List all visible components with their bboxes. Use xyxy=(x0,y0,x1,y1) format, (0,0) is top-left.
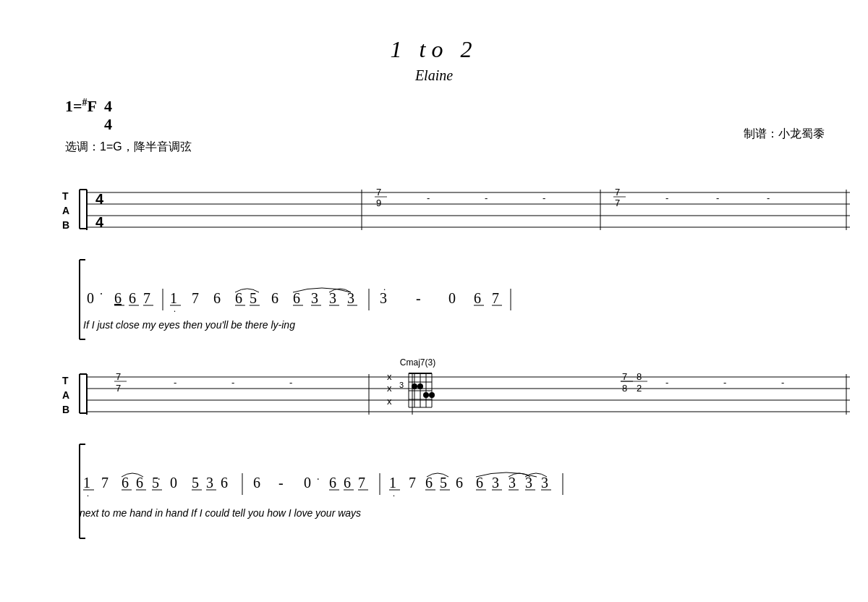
svg-text:·: · xyxy=(383,284,386,294)
song-artist: Elaine xyxy=(43,67,825,84)
svg-text:0: 0 xyxy=(448,290,456,306)
svg-point-83 xyxy=(429,392,435,398)
svg-text:6: 6 xyxy=(476,475,483,491)
time-top: 4 xyxy=(104,97,112,115)
svg-text:5: 5 xyxy=(192,475,199,491)
svg-text:2: 2 xyxy=(637,383,642,394)
svg-text:·: · xyxy=(100,288,103,300)
svg-text:x: x xyxy=(387,371,392,382)
svg-text:6: 6 xyxy=(253,475,260,491)
tuning-note: 选调：1=G，降半音调弦 xyxy=(65,140,825,155)
svg-text:7: 7 xyxy=(409,475,416,491)
svg-text:6: 6 xyxy=(213,290,221,306)
svg-text:6: 6 xyxy=(114,290,122,306)
svg-text:3: 3 xyxy=(206,475,213,491)
svg-text:7: 7 xyxy=(192,290,199,306)
svg-text:3: 3 xyxy=(492,475,499,491)
svg-text:4: 4 xyxy=(95,214,104,230)
notation-section-1: 0 · 6 6 7 1 · 7 6 6 5 xyxy=(80,256,825,343)
svg-text:·: · xyxy=(317,474,320,485)
page: 1 to 2 Elaine 1=#F 4 4 选调：1=G，降半音调弦 制谱：小… xyxy=(0,0,868,602)
svg-text:3: 3 xyxy=(347,290,354,306)
svg-text:7: 7 xyxy=(116,383,121,394)
svg-text:-: - xyxy=(289,377,292,388)
svg-text:6: 6 xyxy=(344,475,351,491)
composer: 制谱：小龙蜀黍 xyxy=(744,127,825,142)
svg-text:-: - xyxy=(485,192,488,203)
svg-text:6: 6 xyxy=(129,290,136,306)
svg-text:3: 3 xyxy=(509,475,516,491)
svg-text:8: 8 xyxy=(637,371,642,382)
svg-text:8: 8 xyxy=(622,383,627,394)
svg-text:1: 1 xyxy=(389,475,396,491)
svg-text:x: x xyxy=(387,396,392,407)
chord-diagram: Cmaj7(3) 3 xyxy=(398,357,438,411)
svg-text:-: - xyxy=(723,377,726,388)
svg-text:-: - xyxy=(416,290,421,306)
svg-text:T: T xyxy=(62,375,69,386)
svg-text:If I  just   close my eyes    : If I just close my eyes then you'll be t… xyxy=(83,319,295,331)
key-sharp: # xyxy=(82,97,88,109)
svg-point-81 xyxy=(417,383,423,389)
svg-text:·: · xyxy=(87,491,89,501)
svg-text:-: - xyxy=(665,192,668,203)
svg-text:7: 7 xyxy=(143,290,150,306)
svg-text:3: 3 xyxy=(541,475,548,491)
svg-text:-: - xyxy=(716,192,719,203)
svg-text:x: x xyxy=(387,383,392,394)
svg-text:7: 7 xyxy=(358,475,365,491)
tab-staff-2: Cmaj7(3) 3 xyxy=(43,361,825,426)
svg-text:7: 7 xyxy=(615,187,620,198)
svg-text:7: 7 xyxy=(101,475,109,491)
svg-text:A: A xyxy=(62,389,69,401)
svg-text:B: B xyxy=(62,404,69,415)
key-note: F xyxy=(88,97,97,116)
svg-text:0: 0 xyxy=(87,290,94,306)
title-section: 1 to 2 Elaine xyxy=(43,36,825,84)
time-bottom: 4 xyxy=(104,115,112,133)
svg-text:B: B xyxy=(62,219,69,231)
svg-text:6: 6 xyxy=(221,475,228,491)
svg-text:6: 6 xyxy=(456,475,463,491)
svg-text:7: 7 xyxy=(622,371,627,382)
svg-text:-: - xyxy=(174,377,176,388)
svg-text:-: - xyxy=(427,192,430,203)
svg-text:6: 6 xyxy=(235,290,242,306)
svg-text:T: T xyxy=(62,190,69,202)
svg-text:6: 6 xyxy=(293,290,300,306)
svg-text:-: - xyxy=(767,192,770,203)
svg-text:3: 3 xyxy=(311,290,318,306)
svg-text:6: 6 xyxy=(122,475,129,491)
svg-text:-: - xyxy=(665,377,668,388)
svg-text:4: 4 xyxy=(95,191,104,207)
svg-text:0: 0 xyxy=(170,475,177,491)
svg-text:-: - xyxy=(278,475,284,491)
song-title: 1 to 2 xyxy=(43,36,825,63)
tab-staff-1: T A B 4 4 7 9 - - - xyxy=(43,177,825,242)
svg-text:3: 3 xyxy=(525,475,532,491)
svg-text:1: 1 xyxy=(170,290,177,306)
svg-text:6: 6 xyxy=(329,475,336,491)
svg-text:-: - xyxy=(231,377,234,388)
svg-text:7: 7 xyxy=(615,198,620,208)
svg-text:6: 6 xyxy=(474,290,481,306)
svg-text:A: A xyxy=(62,205,69,216)
svg-text:7: 7 xyxy=(492,290,499,306)
svg-text:5: 5 xyxy=(250,290,257,306)
svg-text:6: 6 xyxy=(271,290,278,306)
notation-section-2: 1 · 7 6 6 5 · 0 5 3 6 xyxy=(80,441,825,542)
svg-text:3: 3 xyxy=(329,290,336,306)
svg-text:-: - xyxy=(781,377,784,388)
svg-text:9: 9 xyxy=(376,198,381,208)
svg-text:6: 6 xyxy=(425,475,433,491)
svg-point-82 xyxy=(423,392,429,398)
svg-text:·: · xyxy=(158,474,161,485)
svg-text:·: · xyxy=(393,491,395,501)
key-label: 1= xyxy=(65,97,82,116)
svg-text:3: 3 xyxy=(399,381,404,389)
svg-text:7: 7 xyxy=(376,187,381,198)
chord-name: Cmaj7(3) xyxy=(398,357,438,368)
svg-text:0: 0 xyxy=(304,475,311,491)
svg-text:-: - xyxy=(542,192,545,203)
svg-text:7: 7 xyxy=(116,371,121,382)
